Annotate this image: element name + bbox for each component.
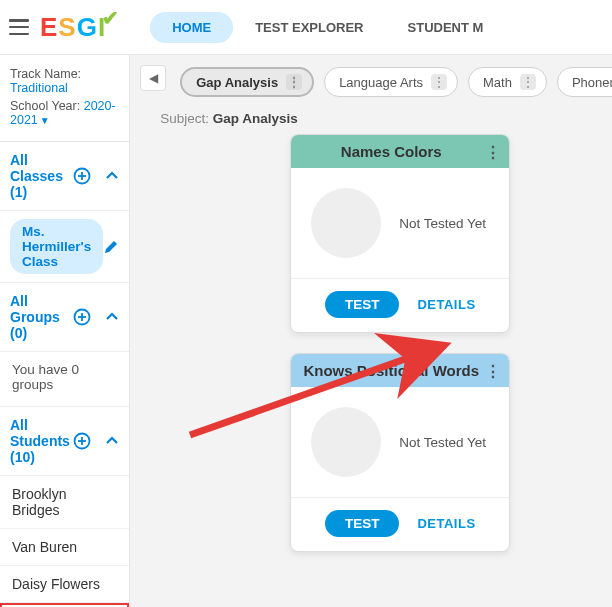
chart-placeholder-icon (311, 407, 381, 477)
collapse-groups-icon[interactable] (105, 310, 119, 324)
subject-chip-gap-analysis[interactable]: Gap Analysis⋮ (180, 67, 314, 97)
main-content: ◀ Gap Analysis⋮ Language Arts⋮ Math⋮ Pho… (130, 55, 612, 607)
sidebar: Track Name: Traditional School Year: 202… (0, 55, 130, 607)
edit-class-icon[interactable] (103, 239, 119, 255)
add-student-icon[interactable] (73, 432, 91, 450)
card-title: Names Colors (341, 143, 442, 160)
add-class-icon[interactable] (73, 167, 91, 185)
school-year-row: School Year: 2020-2021▼ (10, 99, 119, 127)
all-classes-header[interactable]: All Classes (1) (10, 152, 73, 200)
subject-chip-phonem[interactable]: Phonem (557, 67, 612, 97)
student-item[interactable]: Van Buren (0, 529, 129, 566)
collapse-sidebar-button[interactable]: ◀ (140, 65, 166, 91)
card-menu-icon[interactable]: ⋮ (485, 142, 501, 161)
test-card-positional-words: Knows Positional Words ⋮ Not Tested Yet … (290, 353, 510, 552)
subject-chip-language-arts[interactable]: Language Arts⋮ (324, 67, 458, 97)
chart-placeholder-icon (311, 188, 381, 258)
chip-menu-icon[interactable]: ⋮ (520, 74, 536, 90)
card-menu-icon[interactable]: ⋮ (485, 361, 501, 380)
add-group-icon[interactable] (73, 308, 91, 326)
all-students-header[interactable]: All Students (10) (10, 417, 73, 465)
collapse-students-icon[interactable] (105, 434, 119, 448)
student-item-selected[interactable]: George Happy (0, 603, 129, 607)
student-item[interactable]: Brooklyn Bridges (0, 476, 129, 529)
track-row: Track Name: Traditional (10, 67, 119, 95)
test-card-names-colors: Names Colors ⋮ Not Tested Yet TEST DETAI… (290, 134, 510, 333)
logo: ESGI✔ (40, 12, 120, 43)
chip-menu-icon[interactable]: ⋮ (431, 74, 447, 90)
nav-test-explorer[interactable]: TEST EXPLORER (233, 12, 385, 43)
subject-line: Subject: Gap Analysis (160, 111, 612, 126)
details-link[interactable]: DETAILS (417, 297, 475, 312)
menu-icon[interactable] (8, 16, 30, 38)
test-button[interactable]: TEST (325, 510, 400, 537)
nav-home[interactable]: HOME (150, 12, 233, 43)
chip-menu-icon[interactable]: ⋮ (286, 74, 302, 90)
details-link[interactable]: DETAILS (417, 516, 475, 531)
school-year-label: School Year: (10, 99, 80, 113)
test-status: Not Tested Yet (399, 216, 486, 231)
collapse-classes-icon[interactable] (105, 169, 119, 183)
track-label: Track Name: (10, 67, 81, 81)
student-item[interactable]: Daisy Flowers (0, 566, 129, 603)
test-button[interactable]: TEST (325, 291, 400, 318)
class-item[interactable]: Ms. Hermiller's Class (10, 219, 103, 274)
subject-chip-math[interactable]: Math⋮ (468, 67, 547, 97)
card-title: Knows Positional Words (303, 362, 479, 379)
track-value[interactable]: Traditional (10, 81, 68, 95)
no-groups-text: You have 0 groups (0, 352, 129, 407)
all-groups-header[interactable]: All Groups (0) (10, 293, 73, 341)
nav-student-manager[interactable]: STUDENT M (386, 12, 506, 43)
test-status: Not Tested Yet (399, 435, 486, 450)
